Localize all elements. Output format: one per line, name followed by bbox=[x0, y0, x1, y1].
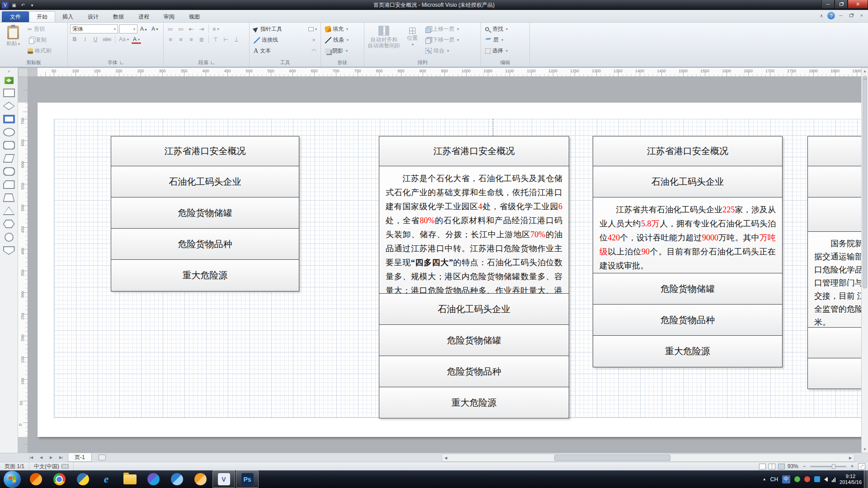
diagram-cell[interactable]: 危险货物品种 bbox=[593, 304, 783, 336]
doc-minimize-button[interactable]: ─ bbox=[836, 12, 845, 19]
layers-button[interactable]: 层▾ bbox=[483, 35, 527, 45]
fill-button[interactable]: 填充▾ bbox=[323, 24, 362, 34]
stencil-shape-hexagon[interactable] bbox=[3, 220, 15, 228]
stencil-shape-parallelogram[interactable] bbox=[3, 154, 15, 163]
diagram-cell[interactable]: 江苏是个石化大省，石油化工码头及其仓储式石化产业的基础支撑和生命线，依托沿江港口… bbox=[379, 166, 569, 294]
stencil-shape-diamond[interactable] bbox=[3, 102, 15, 110]
align-middle-button[interactable]: ⊢ bbox=[222, 35, 231, 44]
doc-close-button[interactable]: × bbox=[857, 12, 866, 19]
ribbon-tab-审阅[interactable]: 审阅 bbox=[156, 11, 182, 22]
justify-button[interactable]: ≣ bbox=[197, 35, 206, 44]
visio-app-icon[interactable]: V bbox=[2, 2, 9, 9]
freeform-tool-button[interactable]: ◠ bbox=[309, 47, 318, 56]
font-dialog-launcher-icon[interactable] bbox=[120, 61, 123, 64]
zoom-level[interactable]: 93% bbox=[788, 463, 798, 469]
connection-point-tool-button[interactable]: × bbox=[309, 36, 318, 45]
stencil-shape-card[interactable] bbox=[3, 180, 15, 189]
align-top-button[interactable]: ⊤ bbox=[211, 35, 220, 44]
ribbon-tab-进程[interactable]: 进程 bbox=[131, 11, 156, 22]
ribbon-tab-插入[interactable]: 插入 bbox=[55, 11, 80, 22]
save-icon[interactable]: ▣ bbox=[10, 1, 18, 9]
diagram-cell[interactable]: 江苏省港口安全概况 bbox=[379, 136, 569, 166]
diagram-cell[interactable]: 危险货物品种 bbox=[111, 228, 299, 260]
bring-forward-button[interactable]: 上移一层▾ bbox=[424, 24, 461, 34]
diagram-cell[interactable]: 危险货物储罐 bbox=[593, 273, 783, 305]
find-button[interactable]: 查找▾ bbox=[483, 24, 527, 34]
italic-button[interactable]: I bbox=[80, 35, 90, 44]
ribbon-tab-数据[interactable]: 数据 bbox=[106, 11, 131, 22]
group-button[interactable]: 组合▾ bbox=[424, 46, 461, 56]
vertical-scrollbar-thumb[interactable] bbox=[863, 76, 867, 288]
diagram-cell[interactable]: 重大危险源 bbox=[379, 387, 569, 418]
zoom-slider[interactable] bbox=[810, 466, 846, 467]
normal-view-icon[interactable] bbox=[759, 464, 766, 469]
diagram-cell[interactable]: 石油化工码头企业 bbox=[111, 166, 299, 197]
diagram-cell[interactable]: 江苏省港口安全概况 bbox=[111, 136, 299, 166]
diagram-port-safety-overview-list[interactable]: 江苏省港口安全概况石油化工码头企业危险货物储罐危险货物品种重大危险源 bbox=[111, 136, 299, 291]
stencil-shape-circle[interactable] bbox=[5, 233, 14, 242]
stencil-shape-rounded-rectangle[interactable] bbox=[3, 167, 15, 176]
taskbar-app-browser[interactable] bbox=[165, 470, 188, 488]
diagram-cell[interactable]: 江苏省港口安全概况 bbox=[593, 136, 783, 166]
font-color-button[interactable]: A▾ bbox=[132, 36, 141, 44]
numbering-button[interactable]: ≕ bbox=[176, 24, 185, 33]
grow-font-button[interactable]: A▲ bbox=[139, 24, 149, 33]
stencil-shape-shield[interactable] bbox=[3, 246, 15, 255]
font-size-select[interactable]: ▾ bbox=[119, 24, 137, 33]
drawing-page[interactable]: 江苏省港口安全概况石油化工码头企业危险货物储罐危险货物品种重大危险源江苏省港口安… bbox=[38, 103, 861, 437]
tray-app-icon-blue[interactable] bbox=[814, 476, 820, 482]
tray-expand-icon[interactable]: ▲ bbox=[763, 477, 766, 481]
line-button[interactable]: 线条▾ bbox=[323, 35, 362, 45]
send-backward-button[interactable]: 下移一层▾ bbox=[424, 35, 461, 45]
page-indicator[interactable]: 页面 1/1 bbox=[0, 462, 29, 470]
page-nav-button-2[interactable]: ▶ bbox=[46, 453, 56, 462]
stencil-shape-trapezoid[interactable] bbox=[3, 193, 15, 202]
maximize-button[interactable] bbox=[835, 0, 848, 9]
taskbar-app-visio[interactable]: V bbox=[212, 470, 235, 488]
taskbar-app-python[interactable] bbox=[71, 470, 94, 488]
start-button[interactable] bbox=[4, 471, 21, 488]
position-button[interactable]: 位置▾ bbox=[403, 24, 422, 59]
horizontal-scrollbar-thumb[interactable] bbox=[554, 455, 670, 461]
change-case-button[interactable]: Aa▾ bbox=[118, 35, 130, 44]
page-nav-button-3[interactable]: ▶| bbox=[56, 453, 66, 462]
taskbar-app-photoshop[interactable]: Ps bbox=[236, 470, 259, 488]
file-tab[interactable]: 文件 bbox=[2, 11, 29, 22]
vertical-scrollbar[interactable]: ▲ ▼ bbox=[861, 68, 868, 453]
ribbon-tab-开始[interactable]: 开始 bbox=[29, 11, 55, 22]
copy-button[interactable]: 复制 bbox=[26, 35, 53, 45]
minimize-button[interactable]: ─ bbox=[821, 0, 835, 9]
diagram-cell[interactable] bbox=[807, 327, 861, 358]
doc-restore-button[interactable] bbox=[847, 12, 856, 19]
shrink-font-button[interactable]: A▼ bbox=[150, 24, 160, 33]
diagram-cell[interactable]: 重大危险源 bbox=[111, 259, 299, 291]
connector-tool-button[interactable]: 连接线 bbox=[252, 35, 280, 45]
paragraph-dialog-launcher-icon[interactable] bbox=[211, 61, 214, 64]
undo-icon[interactable]: ↶ bbox=[19, 1, 27, 9]
taskbar-app-explorer-folder[interactable] bbox=[118, 470, 141, 488]
network-icon[interactable] bbox=[832, 477, 835, 482]
stencil-shape-rectangle[interactable] bbox=[3, 89, 15, 97]
scroll-left-icon[interactable]: ◀ bbox=[442, 454, 449, 461]
volume-icon[interactable] bbox=[824, 477, 828, 482]
scroll-right-icon[interactable]: ▶ bbox=[847, 454, 854, 461]
align-right-button[interactable]: ≡ bbox=[187, 35, 196, 44]
show-desktop-button[interactable] bbox=[864, 470, 868, 488]
stencil-document-icon[interactable] bbox=[5, 77, 14, 84]
scroll-down-icon[interactable]: ▼ bbox=[862, 446, 868, 453]
fit-page-button[interactable]: ⤢ bbox=[858, 463, 865, 469]
diagram-cell[interactable]: 石油化工码头企业 bbox=[593, 166, 783, 197]
ime-mode-icon[interactable]: 中 bbox=[782, 475, 790, 483]
expand-shapes-panel-icon[interactable]: » bbox=[0, 68, 18, 75]
bullets-button[interactable]: ≔ bbox=[166, 24, 175, 33]
taskbar-app-internet-explorer[interactable]: e bbox=[95, 470, 118, 488]
format-painter-button[interactable]: 格式刷 bbox=[26, 46, 53, 56]
taskbar-app-firefox[interactable] bbox=[24, 470, 47, 488]
diagram-cell[interactable]: 危险货物储罐 bbox=[379, 324, 569, 356]
diagram-cell[interactable]: 石油化工码头企业 bbox=[379, 293, 569, 325]
taskbar-app-chrome[interactable] bbox=[48, 470, 71, 488]
diagram-cell[interactable]: 江苏省共有石油化工码头企业225家，涉及从业人员大约5.8万人，拥有专业化石油化… bbox=[593, 197, 783, 273]
zoom-in-icon[interactable]: + bbox=[849, 463, 855, 469]
scroll-up-icon[interactable]: ▲ bbox=[862, 68, 868, 75]
drawing-canvas[interactable]: 江苏省港口安全概况石油化工码头企业危险货物储罐危险货物品种重大危险源江苏省港口安… bbox=[28, 77, 861, 453]
